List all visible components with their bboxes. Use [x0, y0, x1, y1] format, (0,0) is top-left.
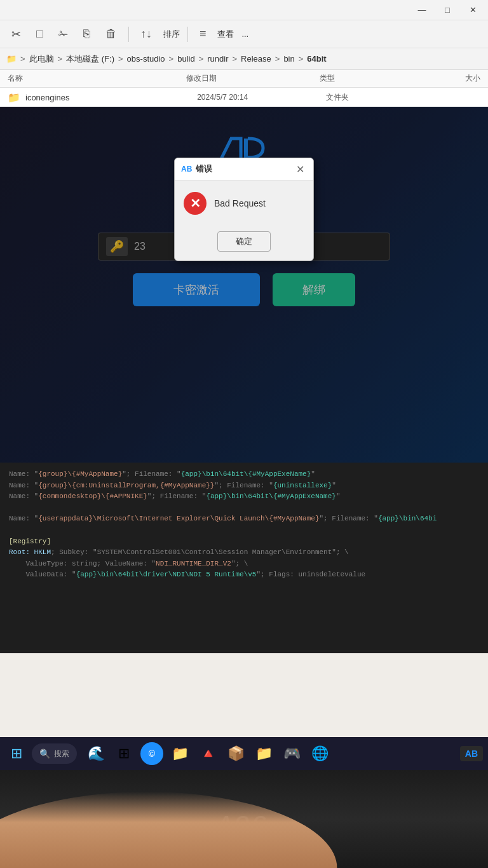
taskbar-icon-triangle[interactable]: 🔺	[196, 742, 219, 765]
code-line-5: Name: "{userappdata}\Microsoft\Internet …	[9, 513, 479, 525]
file-name: iconengines	[25, 93, 197, 102]
code-line-6	[9, 525, 479, 536]
dialog-title: 错误	[196, 163, 212, 175]
dialog-titlebar: AB 错误 ✕	[175, 158, 313, 180]
folder-icon: 📁	[6, 54, 17, 64]
toolbar: ✂ □ ✁ ⎘ 🗑 ↑↓ 排序 ≡ 查看 ...	[0, 20, 488, 48]
cut-icon[interactable]: ✂	[8, 25, 25, 44]
taskbar-icon-wave[interactable]: 🌊	[85, 742, 107, 765]
taskbar-icon-folder[interactable]: 📁	[168, 742, 191, 765]
taskbar-ab-icon[interactable]: AB	[460, 746, 483, 761]
dialog-body: ✕ Bad Request	[175, 180, 313, 226]
toolbar-separator	[128, 27, 129, 42]
taskbar: ⊞ 🔍 搜索 🌊 ⊞ © 📁 🔺 📦 📁 🎮 🌐 AB	[0, 737, 488, 770]
folder-file-icon: 📁	[8, 92, 20, 104]
view-button[interactable]: 查看	[217, 29, 234, 40]
share-icon[interactable]: ⎘	[79, 25, 94, 43]
taskbar-icon-game[interactable]: 🎮	[280, 742, 303, 765]
code-line-1: Name: "{group}\{#MyAppName}"; Filename: …	[9, 469, 479, 480]
code-line-9: ValueType: string; ValueName: "NDI_RUNTI…	[9, 559, 479, 570]
addr-64bit[interactable]: 64bit	[307, 54, 326, 64]
code-line-10: ValueData: "{app}\bin\64bit\driver\NDI\N…	[9, 569, 479, 581]
sort-icon[interactable]: ↑↓	[137, 25, 156, 43]
code-line-8: Root: HKLM; Subkey: "SYSTEM\ControlSet00…	[9, 547, 479, 559]
dialog-ab-prefix: AB	[181, 165, 192, 173]
file-list-header: 名称 修改日期 类型 大小	[0, 70, 488, 88]
column-date[interactable]: 修改日期	[186, 73, 320, 84]
delete-icon[interactable]: 🗑	[102, 25, 121, 43]
file-type: 文件夹	[326, 92, 412, 103]
taskbar-icon-box[interactable]: 📦	[224, 742, 247, 765]
restore-button[interactable]: □	[435, 1, 460, 20]
windows-icon: ⊞	[11, 745, 22, 762]
code-area: Name: "{group}\{#MyAppName}"; Filename: …	[0, 463, 488, 653]
toolbar-separator2	[187, 27, 188, 42]
taskbar-icon-c[interactable]: ©	[140, 742, 163, 765]
dialog-ok-button[interactable]: 确定	[217, 231, 271, 252]
code-line-4	[9, 503, 479, 514]
sort-button[interactable]: 排序	[163, 29, 180, 40]
search-text: 搜索	[54, 749, 69, 759]
address-bar: 📁 > 此电脑 > 本地磁盘 (F:) > obs-studio > bulid…	[0, 48, 488, 70]
monitor-outer: — □ ✕ ✂ □ ✁ ⎘ 🗑 ↑↓ 排序 ≡ 查看 ... 📁 > 此电脑 >…	[0, 0, 488, 868]
code-line-2: Name: "{group}\{cm:UninstallProgram,{#My…	[9, 480, 479, 492]
error-message: Bad Request	[214, 198, 266, 208]
copy-icon[interactable]: □	[32, 25, 47, 43]
taskbar-icon-grid[interactable]: ⊞	[112, 742, 135, 765]
taskbar-icon-folder2[interactable]: 📁	[252, 742, 275, 765]
view-icon[interactable]: ≡	[196, 25, 210, 43]
taskbar-right: AB	[460, 746, 483, 761]
search-icon: 🔍	[39, 749, 50, 759]
file-date: 2024/5/7 20:14	[197, 93, 326, 102]
code-line-3: Name: "{commondesktop}\{#APPNIKE}"; File…	[9, 491, 479, 503]
dialog-close-button[interactable]: ✕	[293, 162, 307, 176]
code-line-7: [Registry]	[9, 536, 479, 548]
minimize-button[interactable]: —	[409, 1, 435, 20]
error-dialog: AB 错误 ✕ ✕ Bad Request 确定	[174, 158, 314, 261]
more-button[interactable]: ...	[241, 29, 248, 39]
window-titlebar: — □ ✕	[0, 0, 488, 20]
taskbar-search[interactable]: 🔍 搜索	[32, 743, 77, 764]
column-type[interactable]: 类型	[320, 73, 409, 84]
column-name[interactable]: 名称	[8, 73, 186, 84]
close-button[interactable]: ✕	[460, 1, 485, 20]
column-size[interactable]: 大小	[409, 73, 480, 84]
dialog-overlay: AB 错误 ✕ ✕ Bad Request 确定	[0, 107, 488, 463]
error-icon: ✕	[184, 192, 207, 215]
addr-rundir[interactable]: rundir	[207, 54, 228, 64]
dialog-title-left: AB 错误	[181, 163, 212, 175]
table-row[interactable]: 📁 iconengines 2024/5/7 20:14 文件夹	[0, 88, 488, 107]
taskbar-icon-web[interactable]: 🌐	[308, 742, 331, 765]
addr-bin[interactable]: bin	[283, 54, 294, 64]
start-button[interactable]: ⊞	[5, 742, 28, 765]
addr-bulid[interactable]: bulid	[177, 54, 194, 64]
addr-computer[interactable]: 此电脑	[29, 53, 54, 65]
addr-obs[interactable]: obs-studio	[127, 54, 165, 64]
dialog-footer: 确定	[175, 226, 313, 261]
paste-icon[interactable]: ✁	[55, 25, 72, 44]
addr-release[interactable]: Release	[241, 54, 271, 64]
addr-drive[interactable]: 本地磁盘 (F:)	[66, 53, 114, 65]
taskbar-app-icons: 🌊 ⊞ © 📁 🔺 📦 📁 🎮 🌐	[85, 742, 331, 765]
screen: — □ ✕ ✂ □ ✁ ⎘ 🗑 ↑↓ 排序 ≡ 查看 ... 📁 > 此电脑 >…	[0, 0, 488, 737]
